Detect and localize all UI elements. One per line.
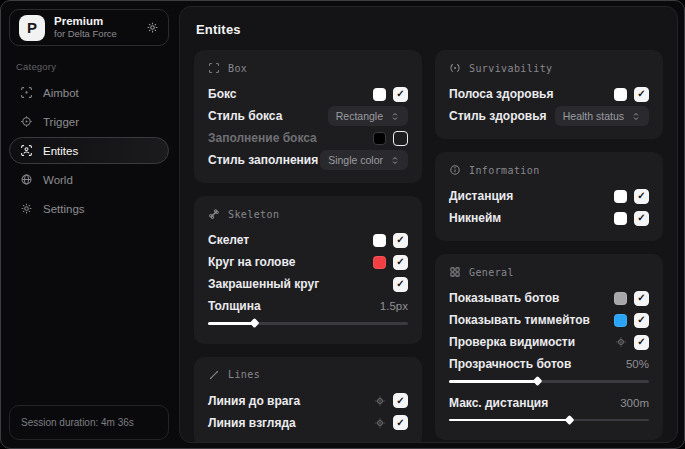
setting-row: Показывать тиммейтов xyxy=(449,309,649,331)
chevrons-up-down-icon xyxy=(631,111,641,122)
slider-value: 50% xyxy=(626,358,649,370)
gear-icon[interactable] xyxy=(374,395,386,407)
slider-thumb[interactable] xyxy=(565,415,575,425)
slider-value: 300m xyxy=(620,397,649,409)
checkbox[interactable] xyxy=(393,131,408,146)
setting-row: Стиль бокса Rectangle xyxy=(208,105,408,127)
checkbox[interactable] xyxy=(634,211,649,226)
box-style-dropdown[interactable]: Rectangle xyxy=(328,106,408,126)
checkbox[interactable] xyxy=(393,87,408,102)
max-distance-slider[interactable] xyxy=(449,419,649,422)
left-column: Box Бокс Стиль бокса Rect xyxy=(194,50,422,443)
sidebar-item-world[interactable]: World xyxy=(9,166,169,193)
setting-row: Показывать ботов xyxy=(449,287,649,309)
color-swatch[interactable] xyxy=(614,314,627,327)
setting-row: Прозрачность ботов 50% xyxy=(449,353,649,375)
thickness-slider[interactable] xyxy=(208,322,408,325)
checkbox[interactable] xyxy=(634,87,649,102)
brand-card: P Premium for Delta Force xyxy=(9,9,169,46)
checkbox[interactable] xyxy=(393,255,408,270)
line-icon xyxy=(208,369,220,381)
globe-icon xyxy=(20,173,33,186)
color-swatch[interactable] xyxy=(614,190,627,203)
checkbox[interactable] xyxy=(634,335,649,350)
color-swatch[interactable] xyxy=(614,212,627,225)
app-window: P Premium for Delta Force Category Aimbo xyxy=(0,0,685,449)
brand-title: Premium xyxy=(54,15,137,28)
fill-style-dropdown[interactable]: Single color xyxy=(320,150,408,170)
right-column: Survivability Полоса здоровья Стиль здор… xyxy=(435,50,663,443)
information-card: Information Дистанция Никнейм xyxy=(435,152,663,241)
sidebar-item-entites[interactable]: Entites xyxy=(9,137,169,164)
target-icon xyxy=(20,115,33,128)
page-title: Entites xyxy=(196,22,663,37)
sidebar-item-label: Aimbot xyxy=(43,87,79,99)
setting-row: Линия взгляда xyxy=(208,412,408,434)
setting-row: Стиль здоровья Health status xyxy=(449,105,649,127)
gear-icon[interactable] xyxy=(374,417,386,429)
setting-row: Скелет xyxy=(208,229,408,251)
color-swatch[interactable] xyxy=(373,132,386,145)
checkbox[interactable] xyxy=(393,277,408,292)
setting-row: Бокс xyxy=(208,83,408,105)
setting-row: Полоса здоровья xyxy=(449,83,649,105)
checkbox[interactable] xyxy=(393,393,408,408)
category-label: Category xyxy=(16,61,169,72)
setting-row: Дистанция xyxy=(449,185,649,207)
setting-row: Закрашенный круг xyxy=(208,273,408,295)
session-duration: Session duration: 4m 36s xyxy=(9,405,169,440)
bot-opacity-slider[interactable] xyxy=(449,380,649,383)
slider-thumb[interactable] xyxy=(250,318,260,328)
survivability-card: Survivability Полоса здоровья Стиль здор… xyxy=(435,50,663,139)
bone-icon xyxy=(208,208,220,220)
setting-row: Заполнение бокса xyxy=(208,127,408,149)
card-header-label: Lines xyxy=(228,369,260,380)
info-icon xyxy=(449,164,461,176)
card-header-label: Box xyxy=(228,63,247,74)
chevrons-up-down-icon xyxy=(390,111,400,122)
slider-value: 1.5px xyxy=(380,300,408,312)
setting-row: Макс. дистанция 300m xyxy=(449,392,649,414)
card-header-label: Information xyxy=(469,165,540,176)
skeleton-card: Skeleton Скелет Круг на голове xyxy=(194,196,422,344)
sidebar-item-label: Settings xyxy=(43,203,85,215)
color-swatch[interactable] xyxy=(373,234,386,247)
scan-box-icon xyxy=(208,62,220,74)
setting-row: Линия до врага xyxy=(208,390,408,412)
gear-icon[interactable] xyxy=(146,21,159,34)
sidebar: P Premium for Delta Force Category Aimbo xyxy=(1,1,177,448)
checkbox[interactable] xyxy=(634,313,649,328)
card-header-label: General xyxy=(469,267,514,278)
sidebar-item-trigger[interactable]: Trigger xyxy=(9,108,169,135)
setting-row: Круг на голове xyxy=(208,251,408,273)
setting-row: Толщина 1.5px xyxy=(208,295,408,317)
card-header-label: Survivability xyxy=(469,63,552,74)
slider-thumb[interactable] xyxy=(533,376,543,386)
grid-icon xyxy=(449,266,461,278)
setting-row: Проверка видимости xyxy=(449,331,649,353)
sidebar-item-aimbot[interactable]: Aimbot xyxy=(9,79,169,106)
person-scan-icon xyxy=(20,144,33,157)
health-style-dropdown[interactable]: Health status xyxy=(555,106,649,126)
visibility-check-icon[interactable] xyxy=(615,336,627,348)
color-swatch[interactable] xyxy=(373,88,386,101)
color-swatch[interactable] xyxy=(373,256,386,269)
main-panel: Entites Box xyxy=(179,6,678,443)
health-icon xyxy=(449,62,461,74)
box-card: Box Бокс Стиль бокса Rect xyxy=(194,50,422,183)
setting-row: Никнейм xyxy=(449,207,649,229)
color-swatch[interactable] xyxy=(614,292,627,305)
crosshair-icon xyxy=(20,86,33,99)
color-swatch[interactable] xyxy=(614,88,627,101)
checkbox[interactable] xyxy=(634,291,649,306)
checkbox[interactable] xyxy=(393,233,408,248)
setting-row: Стиль заполнения Single color xyxy=(208,149,408,171)
checkbox[interactable] xyxy=(393,415,408,430)
main-wrap: Entites Box xyxy=(177,1,684,448)
brand-subtitle: for Delta Force xyxy=(54,29,137,40)
lines-card: Lines Линия до врага xyxy=(194,357,422,444)
sidebar-item-settings[interactable]: Settings xyxy=(9,195,169,222)
sidebar-item-label: Trigger xyxy=(43,116,79,128)
brand-logo: P xyxy=(19,15,45,41)
checkbox[interactable] xyxy=(634,189,649,204)
